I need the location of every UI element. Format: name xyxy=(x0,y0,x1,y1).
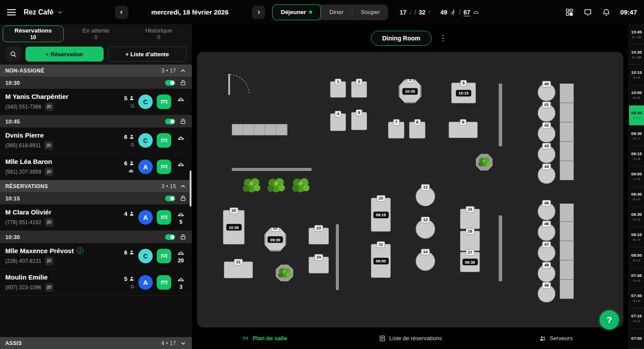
status-badge[interactable]: A xyxy=(138,160,153,174)
lock-icon[interactable] xyxy=(180,118,187,125)
table-3[interactable]: 310:30 xyxy=(399,79,421,103)
table-16[interactable]: 16 xyxy=(460,231,480,251)
table-21[interactable]: 21 xyxy=(224,262,253,278)
tab-waiting[interactable]: En attente 0 xyxy=(65,25,126,42)
table-20[interactable]: 2010:30 xyxy=(223,210,245,244)
timeline-slot[interactable]: 09:151 • 5 xyxy=(629,146,644,166)
table-1[interactable]: 1 xyxy=(330,81,346,98)
timeline-slot[interactable]: 08:450 • 0 xyxy=(629,187,644,207)
table-12[interactable]: 12 xyxy=(416,187,435,206)
table-assign-icon[interactable] xyxy=(157,210,171,225)
timeline-slot[interactable]: 07:300 • 0 xyxy=(629,288,644,308)
section-header[interactable]: NON-ASSIGNÉ3 • 17 xyxy=(0,65,192,76)
table-9[interactable]: 9 xyxy=(449,122,478,138)
message-icon[interactable] xyxy=(45,218,54,227)
availability-toggle-icon[interactable] xyxy=(165,80,175,86)
timeline-slot[interactable]: 08:150 • 0 xyxy=(629,227,644,247)
reservation-row[interactable]: Moulin Emilie(807) 323-10965GA3 xyxy=(0,269,192,296)
table-42[interactable]: 42 xyxy=(538,125,555,142)
message-icon[interactable] xyxy=(45,167,54,176)
floor-plan-canvas[interactable]: 12310:30510:154678940414243441213141009:… xyxy=(197,52,623,327)
status-badge[interactable]: C xyxy=(138,249,153,263)
message-icon[interactable] xyxy=(45,283,54,292)
timeline-slot[interactable]: 09:450 • 0 xyxy=(629,105,644,126)
timeline-slot[interactable]: 07:00 xyxy=(629,329,644,349)
table-45[interactable]: 45 xyxy=(538,203,555,220)
chevron-up-icon[interactable] xyxy=(180,183,187,190)
table-43[interactable]: 43 xyxy=(538,145,555,163)
table-44[interactable]: 44 xyxy=(538,166,555,184)
table-15[interactable]: 15 xyxy=(460,209,480,229)
tab-history[interactable]: Historique 0 xyxy=(128,25,189,42)
next-day-button[interactable] xyxy=(252,6,265,19)
table-14[interactable]: 14 xyxy=(416,251,435,271)
seat-indicator[interactable] xyxy=(175,160,187,174)
timeline-slot[interactable]: 09:001 • 5 xyxy=(629,166,644,186)
reservation-row[interactable]: M Yanis Charpéntier(343) 551-73665GC xyxy=(0,89,192,115)
layout-grid-icon[interactable] xyxy=(565,8,574,17)
seat-indicator[interactable] xyxy=(175,95,187,109)
notifications-icon[interactable] xyxy=(602,8,611,17)
table-47[interactable]: 47 xyxy=(538,244,555,262)
table-5[interactable]: 510:15 xyxy=(451,83,476,103)
table-13[interactable]: 13 xyxy=(416,219,435,239)
nav-floor-plan[interactable]: Plan de salle xyxy=(192,335,338,342)
table-10[interactable]: 1009:15 xyxy=(371,198,391,232)
table-40[interactable]: 40 xyxy=(538,84,555,101)
seat-indicator[interactable]: 3 xyxy=(175,275,187,290)
tab-souper[interactable]: Souper xyxy=(353,4,389,20)
availability-toggle-icon[interactable] xyxy=(165,119,175,124)
add-waitlist-button[interactable]: + Liste d'attente xyxy=(108,47,187,62)
table-17[interactable]: 1709:30 xyxy=(460,252,480,272)
table-41[interactable]: 41 xyxy=(538,104,555,122)
venue-selector[interactable]: Rez Café xyxy=(24,8,63,16)
reservation-row[interactable]: Mlle Maxence Prévosti(226) 407-82316C20 xyxy=(0,243,192,269)
seat-indicator[interactable]: 5 xyxy=(175,210,187,225)
availability-toggle-icon[interactable] xyxy=(165,234,175,240)
table-22[interactable]: 2209:30 xyxy=(264,228,286,251)
table-49[interactable]: 49 xyxy=(538,285,555,302)
add-reservation-button[interactable]: + Réservation xyxy=(25,47,104,62)
reservation-row[interactable]: Dvnis Pierre(365) 618-89116GC xyxy=(0,127,192,154)
status-badge[interactable]: C xyxy=(138,133,153,148)
table-48[interactable]: 48 xyxy=(538,265,555,282)
menu-icon[interactable] xyxy=(7,9,16,15)
table-2[interactable]: 2 xyxy=(351,81,367,98)
nav-reservation-list[interactable]: Liste de réservations xyxy=(338,335,483,342)
message-icon[interactable] xyxy=(45,257,54,265)
message-icon[interactable] xyxy=(44,141,53,150)
table-46[interactable]: 46 xyxy=(538,223,555,241)
table-assign-icon[interactable] xyxy=(157,249,171,263)
timeline-slot[interactable]: 07:150 • 0 xyxy=(629,309,644,329)
table-23[interactable]: 23 xyxy=(309,228,329,244)
chevron-down-icon[interactable] xyxy=(180,340,187,347)
table-24[interactable]: 24 xyxy=(309,257,329,273)
messages-icon[interactable] xyxy=(583,8,592,17)
seat-indicator[interactable] xyxy=(175,133,187,148)
tab-dejeuner[interactable]: Déjeuner xyxy=(272,4,321,20)
status-badge[interactable]: A xyxy=(138,275,153,290)
seat-indicator[interactable]: 20 xyxy=(175,248,187,264)
room-menu-icon[interactable]: ⋮ xyxy=(437,33,450,44)
table-11[interactable]: 1109:00 xyxy=(371,244,391,278)
lock-icon[interactable] xyxy=(180,79,187,86)
table-assign-icon[interactable] xyxy=(157,133,171,148)
lock-icon[interactable] xyxy=(180,195,187,202)
status-badge[interactable]: A xyxy=(138,210,153,225)
reservation-row[interactable]: Mlle Léa Baron(581) 207-38596A xyxy=(0,154,192,180)
timeline-slot[interactable]: 08:300 • 0 xyxy=(629,207,644,227)
message-icon[interactable] xyxy=(45,102,54,111)
help-button[interactable]: ? xyxy=(600,310,619,330)
table-assign-icon[interactable] xyxy=(157,275,171,290)
table-6[interactable]: 6 xyxy=(351,112,367,130)
availability-toggle-icon[interactable] xyxy=(165,196,175,201)
table-7[interactable]: 7 xyxy=(388,122,404,138)
chevron-up-icon[interactable] xyxy=(180,67,187,74)
timeline-slot[interactable]: 10:000 • 0 xyxy=(629,85,644,105)
nav-servers[interactable]: Serveurs xyxy=(483,335,629,342)
tab-diner[interactable]: Diner xyxy=(321,4,352,20)
lock-icon[interactable] xyxy=(180,233,187,240)
scrollbar-thumb[interactable] xyxy=(190,171,191,207)
timeline-slot[interactable]: 10:151 • 4 xyxy=(629,65,644,85)
table-4[interactable]: 4 xyxy=(330,113,346,131)
